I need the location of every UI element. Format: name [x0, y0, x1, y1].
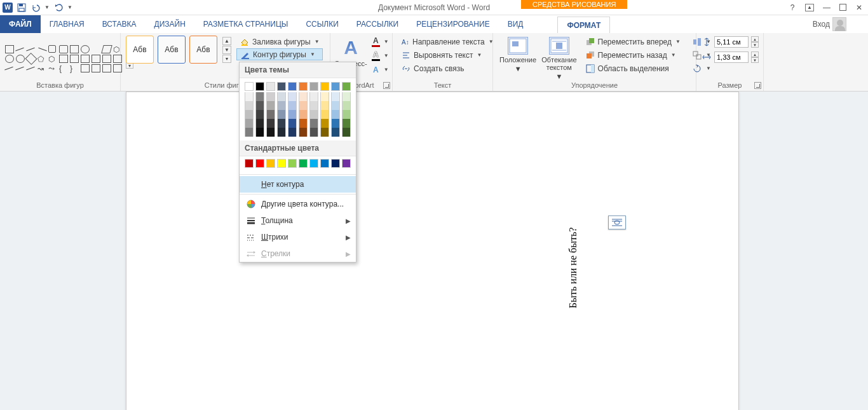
shape-style-2[interactable]: Абв [158, 36, 186, 64]
ribbon-options-icon[interactable]: ▲ [805, 4, 814, 11]
styles-more-icon[interactable]: ▾ [222, 55, 231, 63]
color-swatch[interactable] [266, 119, 275, 128]
color-swatch[interactable] [342, 110, 351, 119]
color-swatch[interactable] [266, 159, 275, 168]
color-swatch[interactable] [299, 82, 308, 91]
minimize-icon[interactable]: — [820, 3, 833, 12]
color-swatch[interactable] [299, 92, 308, 101]
color-swatch[interactable] [309, 128, 318, 137]
color-swatch[interactable] [255, 110, 264, 119]
shape-width-input[interactable] [714, 51, 749, 63]
color-swatch[interactable] [299, 110, 308, 119]
layout-options-button[interactable] [608, 215, 626, 229]
color-swatch[interactable] [288, 101, 297, 110]
color-swatch[interactable] [342, 92, 351, 101]
color-swatch[interactable] [266, 110, 275, 119]
color-swatch[interactable] [277, 128, 286, 137]
size-dialog-launcher[interactable] [754, 82, 761, 89]
tab-view[interactable]: ВИД [499, 15, 532, 33]
align-text-button[interactable]: Выровнять текст▼ [398, 49, 487, 61]
more-outline-colors-item[interactable]: Другие цвета контура... [240, 196, 356, 212]
color-swatch[interactable] [309, 92, 318, 101]
color-swatch[interactable] [320, 101, 329, 110]
undo-icon[interactable] [31, 3, 41, 13]
text-fill-button[interactable]: A▼ [369, 36, 392, 48]
text-effects-button[interactable]: A▼ [369, 64, 392, 76]
color-swatch[interactable] [342, 82, 351, 91]
color-swatch[interactable] [277, 110, 286, 119]
tab-format[interactable]: ФОРМАТ [557, 17, 610, 33]
theme-shade-grid[interactable] [240, 92, 356, 140]
tab-file[interactable]: ФАЙЛ [0, 15, 41, 33]
width-up-icon[interactable]: ▲ [751, 51, 759, 57]
tab-home[interactable]: ГЛАВНАЯ [41, 15, 93, 33]
shape-width-field[interactable]: ▲▼ [702, 51, 759, 64]
styles-down-icon[interactable]: ▼ [222, 46, 231, 54]
color-swatch[interactable] [266, 128, 275, 137]
color-swatch[interactable] [266, 82, 275, 91]
rotated-textbox[interactable]: Быть или не быть? [567, 228, 579, 308]
tab-page-layout[interactable]: РАЗМЕТКА СТРАНИЦЫ [194, 15, 297, 33]
color-swatch[interactable] [299, 119, 308, 128]
color-swatch[interactable] [288, 159, 297, 168]
color-swatch[interactable] [288, 128, 297, 137]
color-swatch[interactable] [309, 82, 318, 91]
color-swatch[interactable] [245, 110, 254, 119]
shape-height-field[interactable]: ▲▼ [702, 36, 759, 48]
dashes-submenu-item[interactable]: Штрихи ▶ [240, 229, 356, 245]
create-link-button[interactable]: Создать связь [398, 62, 487, 74]
color-swatch[interactable] [331, 82, 340, 91]
color-swatch[interactable] [266, 92, 275, 101]
height-up-icon[interactable]: ▲ [751, 36, 759, 42]
color-swatch[interactable] [309, 101, 318, 110]
color-swatch[interactable] [342, 119, 351, 128]
color-swatch[interactable] [320, 119, 329, 128]
bring-forward-button[interactable]: Переместить вперед▼ [582, 36, 684, 48]
color-swatch[interactable] [331, 159, 340, 168]
color-swatch[interactable] [299, 159, 308, 168]
color-swatch[interactable] [277, 92, 286, 101]
color-swatch[interactable] [342, 101, 351, 110]
selection-pane-button[interactable]: Область выделения [582, 62, 684, 74]
color-swatch[interactable] [331, 128, 340, 137]
position-button[interactable]: Положение ▼ [498, 36, 538, 74]
save-icon[interactable] [17, 3, 27, 13]
tab-design[interactable]: ДИЗАЙН [146, 15, 194, 33]
color-swatch[interactable] [288, 82, 297, 91]
color-swatch[interactable] [255, 119, 264, 128]
color-swatch[interactable] [277, 101, 286, 110]
tab-review[interactable]: РЕЦЕНЗИРОВАНИЕ [407, 15, 498, 33]
color-swatch[interactable] [309, 159, 318, 168]
redo-icon[interactable] [53, 3, 64, 13]
color-swatch[interactable] [277, 119, 286, 128]
color-swatch[interactable] [331, 119, 340, 128]
color-swatch[interactable] [299, 101, 308, 110]
theme-color-row[interactable] [240, 78, 356, 92]
text-outline-button[interactable]: A▼ [369, 50, 392, 62]
document-workspace[interactable]: Быть или не быть? [0, 92, 868, 410]
width-down-icon[interactable]: ▼ [751, 57, 759, 63]
color-swatch[interactable] [245, 82, 254, 91]
color-swatch[interactable] [245, 119, 254, 128]
color-swatch[interactable] [288, 119, 297, 128]
help-icon[interactable]: ? [786, 3, 799, 12]
color-swatch[interactable] [255, 92, 264, 101]
tab-references[interactable]: ССЫЛКИ [297, 15, 347, 33]
sign-in-link[interactable]: Вход [813, 20, 830, 29]
tab-mailings[interactable]: РАССЫЛКИ [348, 15, 407, 33]
document-page[interactable]: Быть или не быть? [126, 92, 739, 410]
close-icon[interactable]: ✕ [853, 3, 865, 12]
shape-outline-button[interactable]: Контур фигуры▼ [236, 48, 323, 60]
color-swatch[interactable] [309, 119, 318, 128]
shape-style-1[interactable]: Абв [126, 36, 154, 64]
color-swatch[interactable] [245, 159, 254, 168]
tab-insert[interactable]: ВСТАВКА [93, 15, 146, 33]
color-swatch[interactable] [342, 128, 351, 137]
color-swatch[interactable] [255, 128, 264, 137]
standard-color-row[interactable] [240, 156, 356, 173]
shape-style-3[interactable]: Абв [189, 36, 217, 64]
maximize-icon[interactable] [839, 4, 846, 11]
color-swatch[interactable] [320, 110, 329, 119]
color-swatch[interactable] [331, 110, 340, 119]
color-swatch[interactable] [320, 92, 329, 101]
